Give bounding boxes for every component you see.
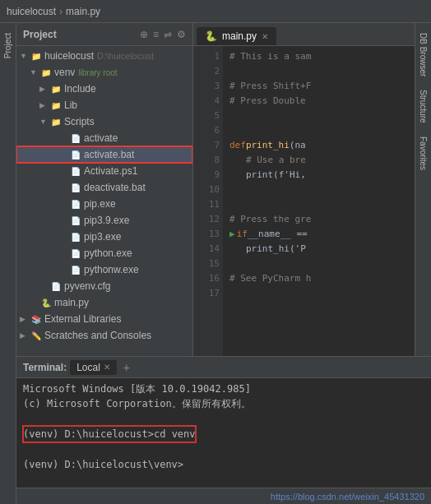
tab-main-py-close[interactable]: ✕ [262, 32, 268, 41]
project-panel-title: Project [23, 29, 57, 40]
tree-item-scripts[interactable]: ▼ 📁 Scripts [16, 113, 192, 130]
editor-content: 12345 678910 1112131415 1617 # This is a… [193, 46, 415, 356]
tree-item-pip-exe[interactable]: 📄 pip.exe [16, 196, 192, 212]
label-pip-exe: pip.exe [84, 198, 116, 210]
tree-item-activate-bat[interactable]: 📄 activate.bat [16, 146, 192, 163]
file-icon-deactivate-bat: 📄 [69, 181, 82, 194]
func-params: (na [290, 138, 306, 153]
terminal-line-1: Microsoft Windows [版本 10.0.19042.985] [23, 381, 424, 396]
code-line-16: # See PyCharm h [229, 271, 408, 286]
code-line-4: # Press Double [229, 94, 408, 109]
code-line-7: def print_hi (na [229, 138, 408, 153]
tree-item-activate-ps1[interactable]: 📄 Activate.ps1 [16, 163, 192, 179]
file-icon-python-exe: 📄 [69, 247, 82, 260]
tree-item-huicelocust[interactable]: ▼ 📁 huicelocust D:\huicelocust [16, 48, 192, 64]
folder-icon-scratches: ✏️ [30, 329, 43, 342]
code-comment-4: # Press Double [229, 94, 306, 109]
terminal-line-5 [23, 442, 424, 457]
label-include: Include [64, 83, 96, 95]
folder-icon-include: 📁 [49, 82, 63, 95]
tree-item-pythonw-exe[interactable]: 📄 pythonw.exe [16, 261, 192, 278]
terminal-line-3 [23, 411, 424, 426]
tree-item-activate[interactable]: 📄 activate [16, 130, 192, 146]
arrow-include: ▶ [39, 85, 49, 93]
tree-item-pip39-exe[interactable]: 📄 pip3.9.exe [16, 212, 192, 229]
tree-item-include[interactable]: ▶ 📁 Include [16, 81, 192, 97]
main-area: Project Project ⊕ ≡ ⇌ ⚙ [0, 23, 431, 504]
panel-icon-list[interactable]: ≡ [153, 29, 159, 40]
terminal-tab-local[interactable]: Local ✕ [70, 360, 117, 375]
project-tab[interactable]: Project [2, 26, 14, 65]
label-deactivate-bat: deactivate.bat [84, 182, 146, 193]
editor-panel: 🐍 main.py ✕ 12345 678910 1112131415 1617 [193, 23, 415, 356]
arrow-lib: ▶ [39, 101, 49, 109]
ide-top: Project ⊕ ≡ ⇌ ⚙ ▼ 📁 huicelocust [16, 23, 431, 356]
label-pythonw-exe: pythonw.exe [84, 264, 139, 275]
arrow-scratches: ▶ [20, 331, 30, 340]
bottom-panel: Terminal: Local ✕ + Microsoft Windows [版… [16, 356, 431, 488]
db-browser-tab[interactable]: DB Browser [417, 26, 429, 83]
code-line-13: ▶ if __name__ == [229, 227, 408, 242]
panel-icon-sync[interactable]: ⇌ [164, 29, 172, 40]
status-right-link[interactable]: https://blog.csdn.net/weixin_45431320 [271, 492, 424, 502]
tree-item-ext-libs[interactable]: ▶ 📚 External Libraries [16, 311, 192, 327]
prompt-path: D:\huicelocust [65, 428, 148, 440]
structure-tab[interactable]: Structure [417, 83, 429, 130]
tree-item-python-exe[interactable]: 📄 python.exe [16, 245, 192, 261]
code-line-11 [229, 197, 408, 212]
code-comment-8: # Use a bre [246, 153, 306, 168]
line-numbers: 12345 678910 1112131415 1617 [193, 46, 223, 356]
ide-body: Project ⊕ ≡ ⇌ ⚙ ▼ 📁 huicelocust [16, 23, 431, 504]
code-line-15 [229, 257, 408, 271]
status-bar: https://blog.csdn.net/weixin_45431320 [16, 488, 431, 504]
terminal-content[interactable]: Microsoft Windows [版本 10.0.19042.985] (c… [16, 378, 431, 488]
code-line-12: # Press the gre [229, 212, 408, 227]
tree-item-venv[interactable]: ▼ 📁 venv library root [16, 64, 192, 81]
prompt-gt: > [148, 428, 154, 440]
file-icon-pip39-exe: 📄 [69, 214, 82, 227]
label-activate-bat: activate.bat [84, 149, 134, 160]
file-icon-activate-ps1: 📄 [69, 164, 82, 178]
func-print-hi: print_hi [246, 138, 290, 153]
arrow-huicelocust: ▼ [20, 52, 30, 60]
panel-icon-add[interactable]: ⊕ [140, 29, 148, 40]
code-comment-12: # Press the gre [229, 212, 311, 227]
panel-icon-settings[interactable]: ⚙ [177, 29, 186, 40]
tab-main-py-icon: 🐍 [205, 30, 217, 42]
terminal-tab-close[interactable]: ✕ [104, 363, 110, 372]
folder-icon-scripts: 📁 [49, 115, 63, 128]
code-print: print(f'Hi, [246, 168, 306, 183]
code-line-1: # This is a sam [229, 49, 408, 64]
tree-item-scratches[interactable]: ▶ ✏️ Scratches and Consoles [16, 327, 192, 344]
label-lib: Lib [64, 99, 77, 111]
code-line-6 [229, 123, 408, 138]
terminal-add-button[interactable]: + [120, 361, 133, 374]
label-main-py: main.py [54, 297, 89, 308]
folder-icon-ext-libs: 📚 [30, 312, 43, 326]
prompt-venv-2: (venv) [23, 459, 65, 470]
tree-item-deactivate-bat[interactable]: 📄 deactivate.bat [16, 179, 192, 196]
label-huicelocust: huicelocust [44, 50, 94, 62]
code-comment-16: # See PyCharm h [229, 271, 311, 286]
code-area[interactable]: # This is a sam # Press Shift+F # Press … [223, 46, 415, 356]
prompt-path-2: D:\huicelocust\venv> [65, 459, 184, 470]
label-activate-ps1: Activate.ps1 [84, 165, 137, 177]
arrow-ext-libs: ▶ [20, 315, 30, 323]
keyword-def: def [229, 138, 246, 153]
label-scripts: Scripts [64, 116, 95, 127]
current-file: main.py [66, 6, 100, 17]
terminal-tab-local-label: Local [76, 362, 100, 373]
label-python-exe: python.exe [84, 247, 132, 259]
tab-main-py[interactable]: 🐍 main.py ✕ [197, 27, 276, 45]
tree-item-main-py[interactable]: 🐍 main.py [16, 294, 192, 311]
tree-item-pip3-exe[interactable]: 📄 pip3.exe [16, 229, 192, 245]
run-arrow: ▶ [229, 227, 235, 242]
terminal-label: Terminal: [23, 362, 67, 373]
code-line-17 [229, 286, 408, 301]
right-tabs: DB Browser Structure Favorites [415, 23, 431, 356]
tree-item-pyvenv-cfg[interactable]: 📄 pyvenv.cfg [16, 278, 192, 294]
project-name: huicelocust [7, 6, 56, 17]
terminal-line-6: (venv) D:\huicelocust\venv> [23, 457, 424, 472]
favorites-tab[interactable]: Favorites [417, 130, 429, 177]
tree-item-lib[interactable]: ▶ 📁 Lib [16, 97, 192, 113]
